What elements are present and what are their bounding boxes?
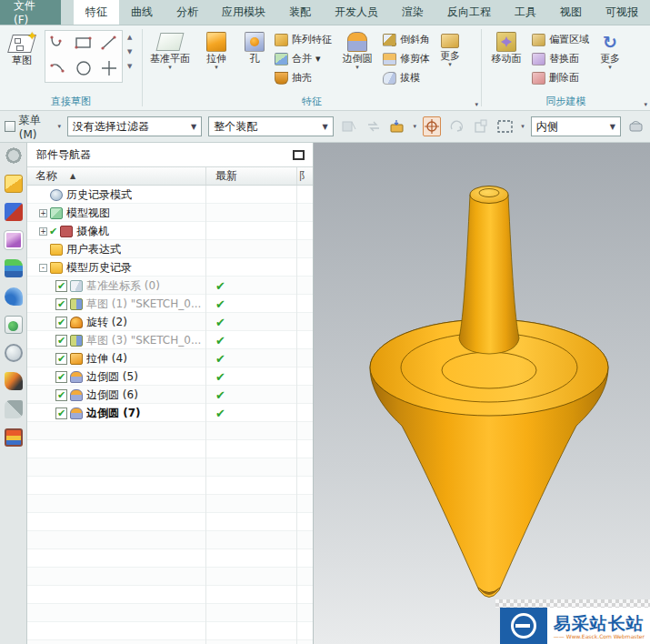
tab-渲染[interactable]: 渲染: [390, 0, 435, 25]
snap-point-icon[interactable]: [423, 116, 441, 136]
selection-rectangle-arrow-icon[interactable]: ▾: [521, 123, 525, 130]
chamfer-button[interactable]: 倒斜角: [383, 31, 430, 48]
replace-face-icon: [532, 53, 545, 65]
collapse-icon[interactable]: -: [39, 264, 47, 272]
arc-tool-icon[interactable]: [48, 58, 68, 81]
work-layer-icon[interactable]: [389, 116, 407, 136]
expand-icon[interactable]: +: [39, 227, 47, 236]
palette-more-icon[interactable]: ▼: [127, 63, 132, 70]
tab-应用模块[interactable]: 应用模块: [210, 0, 277, 25]
tree-item-label: 历史记录模式: [66, 187, 132, 203]
tab-分析[interactable]: 分析: [165, 0, 210, 25]
tree-item[interactable]: ✔草图 (1) "SKETCH_0...✔: [27, 295, 313, 313]
tab-曲线[interactable]: 曲线: [119, 0, 165, 25]
feature-dialog-launcher-icon[interactable]: ▾: [475, 101, 478, 108]
selection-filter-dropdown[interactable]: 没有选择过滤器 ▼: [67, 116, 202, 136]
sync-dialog-launcher-icon[interactable]: ▾: [644, 101, 647, 108]
selection-rectangle-icon[interactable]: [496, 116, 515, 136]
feature-checkbox[interactable]: ✔: [55, 335, 67, 347]
palette-up-icon[interactable]: ▲: [127, 34, 132, 41]
edge-blend-button[interactable]: 边倒圆 ▾: [336, 28, 378, 71]
orient-view-icon[interactable]: [472, 116, 490, 136]
tree-item[interactable]: ✔边倒圆 (5)✔: [27, 367, 313, 386]
constraint-navigator-icon[interactable]: [5, 203, 23, 221]
tree-item[interactable]: 历史记录模式: [27, 186, 313, 204]
rectangle-tool-icon[interactable]: [74, 33, 94, 55]
feature-checkbox[interactable]: ✔: [55, 408, 67, 419]
tab-可视报[interactable]: 可视报: [594, 0, 650, 25]
move-face-button[interactable]: 移动面: [485, 28, 527, 65]
up-to-date-check-icon: ✔: [215, 407, 225, 420]
image-icon[interactable]: [5, 428, 23, 447]
column-header-extra[interactable]: 阝: [296, 167, 313, 185]
history-icon[interactable]: [5, 344, 23, 362]
swap-icon[interactable]: [365, 116, 383, 136]
gear-icon[interactable]: [5, 146, 23, 165]
feature-checkbox[interactable]: ✔: [55, 389, 67, 401]
hole-button[interactable]: 孔: [239, 28, 270, 65]
circle-tool-icon[interactable]: [74, 58, 94, 81]
more-sync-button[interactable]: ↻ 更多 ▾: [594, 28, 626, 71]
float-panel-icon[interactable]: [293, 150, 305, 160]
expand-icon[interactable]: +: [39, 209, 47, 217]
pattern-feature-button[interactable]: 阵列特征: [275, 31, 332, 48]
tab-工具[interactable]: 工具: [503, 0, 548, 25]
more-feature-button[interactable]: 更多 ▾: [435, 28, 465, 68]
column-header-name[interactable]: 名称 ▲: [27, 168, 205, 184]
feature-checkbox[interactable]: ✔: [55, 298, 67, 310]
datum-plane-button[interactable]: 基准平面 ▾: [146, 28, 194, 71]
profile-tool-icon[interactable]: [48, 33, 68, 55]
tab-反向工程[interactable]: 反向工程: [435, 0, 503, 25]
graphics-viewport[interactable]: 易采站长站 —— Www.Easck.Com Webmaster: [314, 143, 650, 644]
tree-item[interactable]: ✔旋转 (2)✔: [27, 313, 313, 331]
delete-face-button[interactable]: 删除面: [532, 69, 589, 86]
tree-item[interactable]: +✔摄像机: [27, 222, 313, 240]
feature-checkbox[interactable]: ✔: [55, 280, 67, 292]
line-tool-icon[interactable]: [99, 33, 119, 55]
selection-scope-dropdown[interactable]: 整个装配 ▼: [208, 116, 333, 136]
tab-特征[interactable]: 特征: [74, 0, 119, 25]
extrude-button[interactable]: 拉伸 ▾: [198, 28, 235, 71]
reuse-library-icon[interactable]: [5, 259, 23, 277]
trim-body-button[interactable]: 修剪体: [383, 50, 430, 67]
check-icon: ✔: [49, 226, 57, 237]
feature-checkbox[interactable]: ✔: [55, 371, 67, 383]
draft-button[interactable]: 拔模: [383, 69, 430, 86]
color-palette-icon[interactable]: [5, 372, 23, 390]
web-browser-icon[interactable]: [5, 316, 23, 334]
tree-item[interactable]: -模型历史记录: [27, 258, 313, 277]
tree-item[interactable]: ✔边倒圆 (6)✔: [27, 386, 313, 404]
column-header-latest[interactable]: 最新: [205, 167, 296, 185]
touch-mode-icon[interactable]: [5, 287, 23, 306]
tree-item[interactable]: ✔拉伸 (4)✔: [27, 349, 313, 367]
point-tool-icon[interactable]: [99, 58, 119, 81]
work-layer-arrow-icon[interactable]: ▾: [414, 123, 417, 130]
tools-icon[interactable]: [5, 400, 23, 418]
rotate-view-icon[interactable]: [447, 116, 465, 136]
tree-item[interactable]: +模型视图: [27, 204, 313, 222]
spinning-top-model: [314, 143, 650, 644]
assembly-navigator-icon[interactable]: [5, 175, 23, 193]
tab-开发人员[interactable]: 开发人员: [323, 0, 390, 25]
show-hide-icon[interactable]: [340, 116, 358, 136]
camera-icon: [60, 226, 73, 237]
shell-button[interactable]: 抽壳: [275, 69, 332, 86]
tree-item[interactable]: ✔边倒圆 (7)✔: [27, 404, 313, 422]
replace-face-button[interactable]: 替换面: [532, 50, 589, 67]
offset-region-button[interactable]: 偏置区域: [532, 31, 589, 48]
tree-item[interactable]: ✔草图 (3) "SKETCH_0...✔: [27, 331, 313, 349]
part-navigator-icon[interactable]: [5, 231, 23, 249]
menu-button[interactable]: 菜单(M) ▾: [5, 113, 61, 141]
sketch-button[interactable]: ✦ 草图: [4, 28, 40, 66]
feature-checkbox[interactable]: ✔: [55, 353, 67, 365]
file-menu-button[interactable]: 文件(F): [0, 0, 61, 25]
tree-item[interactable]: ✔基准坐标系 (0)✔: [27, 277, 313, 295]
tab-装配[interactable]: 装配: [277, 0, 323, 25]
unite-button[interactable]: 合并 ▾: [275, 50, 332, 67]
tab-视图[interactable]: 视图: [548, 0, 594, 25]
palette-down-icon[interactable]: ▼: [127, 48, 132, 55]
measure-icon[interactable]: [627, 116, 645, 136]
snap-mode-dropdown[interactable]: 内侧 ▼: [531, 116, 621, 136]
tree-item[interactable]: 用户表达式: [27, 240, 313, 258]
feature-checkbox[interactable]: ✔: [55, 317, 67, 328]
